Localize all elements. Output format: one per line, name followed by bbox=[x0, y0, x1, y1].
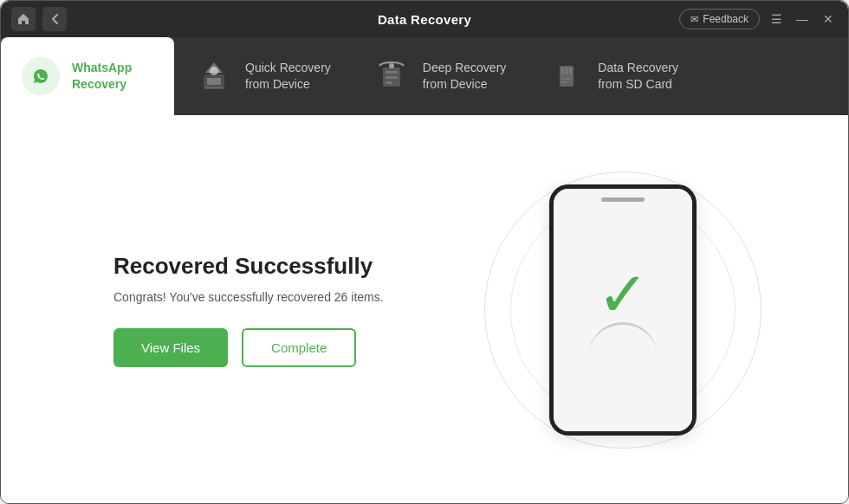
title-bar-left bbox=[11, 7, 67, 31]
quick-recovery-tab-label: Quick Recoveryfrom Device bbox=[245, 60, 331, 93]
feedback-button[interactable]: ✉ Feedback bbox=[679, 9, 760, 29]
success-section: Recovered Successfully Congrats! You've … bbox=[113, 253, 384, 367]
mail-icon: ✉ bbox=[690, 14, 698, 25]
tab-deep-recovery[interactable]: Deep Recoveryfrom Device bbox=[352, 37, 528, 115]
success-subtitle: Congrats! You've successfully recovered … bbox=[113, 290, 384, 304]
tab-quick-recovery[interactable]: Quick Recoveryfrom Device bbox=[174, 37, 352, 115]
feedback-label: Feedback bbox=[703, 13, 749, 25]
success-buttons: View Files Complete bbox=[113, 328, 384, 367]
svg-rect-16 bbox=[561, 78, 572, 80]
back-button[interactable] bbox=[42, 7, 67, 31]
phone-screen: ✓ bbox=[554, 189, 692, 431]
close-button[interactable]: ✕ bbox=[819, 10, 838, 29]
phone-illustration: ✓ bbox=[484, 171, 762, 449]
minimize-button[interactable]: — bbox=[793, 10, 812, 29]
sd-card-tab-label: Data Recoveryfrom SD Card bbox=[598, 60, 678, 93]
whatsapp-tab-label: WhatsAppRecovery bbox=[72, 60, 132, 93]
svg-rect-8 bbox=[386, 71, 398, 74]
svg-rect-13 bbox=[561, 68, 564, 74]
tab-whatsapp[interactable]: WhatsAppRecovery bbox=[1, 37, 174, 115]
nav-tabs: WhatsAppRecovery Quick Recoveryfrom Devi… bbox=[1, 37, 848, 115]
deep-recovery-icon bbox=[373, 57, 411, 95]
checkmark-container: ✓ bbox=[588, 263, 658, 357]
home-button[interactable] bbox=[11, 7, 36, 31]
svg-rect-6 bbox=[204, 87, 224, 89]
tab-sd-card[interactable]: Data Recoveryfrom SD Card bbox=[527, 37, 700, 115]
svg-rect-14 bbox=[566, 68, 568, 74]
svg-rect-10 bbox=[386, 81, 392, 84]
title-bar-right: ✉ Feedback ☰ — ✕ bbox=[679, 9, 838, 29]
success-title: Recovered Successfully bbox=[113, 253, 384, 280]
menu-button[interactable]: ☰ bbox=[767, 10, 786, 29]
checkmark-icon: ✓ bbox=[597, 263, 649, 326]
complete-button[interactable]: Complete bbox=[242, 328, 356, 367]
view-files-button[interactable]: View Files bbox=[113, 328, 228, 367]
app-title: Data Recovery bbox=[378, 12, 471, 27]
svg-point-5 bbox=[210, 67, 218, 75]
deep-recovery-tab-label: Deep Recoveryfrom Device bbox=[423, 60, 507, 93]
main-content: Recovered Successfully Congrats! You've … bbox=[1, 115, 848, 504]
svg-rect-9 bbox=[386, 76, 398, 79]
svg-rect-17 bbox=[561, 81, 568, 83]
sd-card-icon bbox=[548, 57, 586, 95]
quick-recovery-icon bbox=[195, 57, 233, 95]
title-bar: Data Recovery ✉ Feedback ☰ — ✕ bbox=[1, 1, 848, 37]
svg-rect-15 bbox=[569, 68, 572, 74]
phone-device: ✓ bbox=[549, 184, 697, 436]
svg-point-11 bbox=[389, 63, 394, 68]
whatsapp-tab-icon bbox=[22, 57, 60, 95]
